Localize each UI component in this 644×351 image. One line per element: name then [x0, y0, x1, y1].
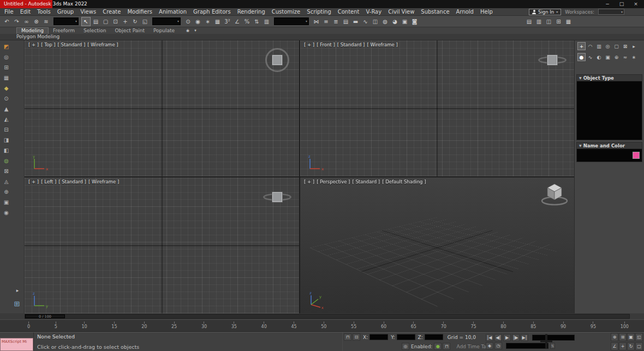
maxscript-listener-log-icon[interactable]: ◎ [402, 343, 409, 350]
reference-coordinate-system-dropdown[interactable] [152, 17, 181, 25]
viewcube[interactable] [537, 45, 568, 75]
menu-substance[interactable]: Substance [418, 8, 452, 16]
orbit-icon[interactable]: ↻ [627, 342, 635, 350]
select-object-icon[interactable]: ↖ [81, 17, 91, 26]
menu-vray[interactable]: V-Ray [363, 8, 385, 16]
lights-category-icon[interactable]: ◐ [595, 53, 603, 61]
unlink-selection-icon[interactable]: ⊗ [32, 17, 41, 26]
object-type-rollout-header[interactable]: ▼ Object Type [576, 74, 642, 81]
viewport-front[interactable]: [ + ] [ Front ] [ Standard ] [ Wireframe… [300, 40, 574, 176]
tab-freeform[interactable]: Freeform [49, 28, 79, 34]
x-coordinate-field[interactable] [369, 334, 388, 340]
toggle-ribbon-icon[interactable]: ▬ [351, 17, 360, 26]
select-and-scale-icon[interactable]: ◱ [140, 17, 150, 26]
viewport-general-menu[interactable]: [ + ] [304, 179, 314, 185]
viewport-pov-menu[interactable]: [ Left ] [41, 179, 56, 185]
viewport-layout-expand-icon[interactable]: ▸ [14, 287, 21, 294]
left-tool-01-icon[interactable]: ◩ [2, 43, 11, 51]
menu-arnold[interactable]: Arnold [453, 8, 477, 16]
viewport-pov-menu[interactable]: [ Perspective ] [317, 179, 350, 185]
edit-named-selection-sets-icon[interactable]: ▥ [262, 17, 271, 26]
viewport-shading-menu[interactable]: [ Wireframe ] [88, 179, 119, 185]
left-tool-15-icon[interactable]: ⊕ [2, 188, 11, 197]
viewport-style-menu[interactable]: [ Standard ] [58, 179, 86, 185]
key-mode-toggle-icon[interactable]: ◈ [486, 342, 493, 349]
left-tool-11-icon[interactable]: ◧ [2, 146, 11, 155]
percent-snap-icon[interactable]: % [242, 17, 252, 26]
name-and-color-rollout-header[interactable]: ▼ Name and Color [576, 142, 642, 149]
undo-icon[interactable]: ↶ [2, 17, 11, 26]
menu-create[interactable]: Create [99, 8, 124, 16]
docked-panel-icon[interactable]: ▦ [564, 17, 573, 26]
selection-lock-toggle-icon[interactable]: ⊓ [344, 334, 351, 341]
left-tool-12-icon[interactable]: ◍ [2, 157, 11, 165]
maximize-viewport-toggle-icon[interactable]: ▢ [635, 342, 643, 350]
snap-toggle-3d-icon[interactable]: 3² [223, 17, 232, 26]
viewport-shading-menu[interactable]: [ Default Shading ] [382, 179, 426, 185]
geometry-category-icon[interactable]: ● [577, 53, 586, 61]
left-tool-14-icon[interactable]: ◬ [2, 177, 11, 186]
systems-category-icon[interactable]: ∗ [630, 53, 638, 61]
left-tool-09-icon[interactable]: ⊟ [2, 126, 11, 134]
angle-snap-icon[interactable]: ∠ [232, 17, 242, 26]
viewport-shading-menu[interactable]: [ Wireframe ] [87, 42, 118, 47]
tab-modeling[interactable]: Modeling [16, 27, 49, 34]
viewport-perspective[interactable]: [ + ] [ Perspective ] [ Standard ] [ Def… [300, 177, 574, 313]
hierarchy-tab-icon[interactable]: ▥ [595, 42, 603, 50]
schematic-view-icon[interactable]: ◫ [371, 17, 380, 26]
select-and-place-icon[interactable]: ◉ [193, 17, 202, 26]
left-tool-10-icon[interactable]: ◨ [2, 136, 11, 145]
menu-graph-editors[interactable]: Graph Editors [190, 8, 234, 16]
time-slider-handle[interactable]: 0 / 100 [25, 314, 65, 318]
bind-to-space-warp-icon[interactable]: ≋ [41, 17, 51, 26]
left-tool-03-icon[interactable]: ⊞ [2, 63, 11, 72]
menu-customize[interactable]: Customize [269, 8, 304, 16]
redo-icon[interactable]: ↷ [12, 17, 21, 26]
y-coordinate-field[interactable] [397, 334, 415, 340]
select-by-name-icon[interactable]: ▤ [91, 17, 100, 26]
tab-selection[interactable]: Selection [79, 28, 110, 34]
tab-populate[interactable]: Populate [149, 28, 179, 34]
keyboard-shortcut-override-icon[interactable]: ▦ [213, 17, 222, 26]
docked-layer-explorer-icon[interactable]: ▥ [534, 17, 544, 26]
menu-modifiers[interactable]: Modifiers [124, 8, 156, 16]
viewport-layout-tabs-icon[interactable]: ⊞ [12, 299, 22, 309]
previous-frame-icon[interactable]: ◀| [494, 334, 502, 341]
render-production-icon[interactable]: ◙ [410, 17, 419, 26]
viewport-shading-menu[interactable]: [ Wireframe ] [367, 42, 397, 47]
pan-view-icon[interactable]: + [619, 342, 627, 350]
progressive-display-on-icon[interactable]: ● [434, 343, 442, 350]
viewport-left[interactable]: [ + ] [ Left ] [ Standard ] [ Wireframe … [25, 177, 299, 313]
viewport-style-menu[interactable]: [ Standard ] [352, 179, 380, 185]
curve-editor-icon[interactable]: ∿ [361, 17, 370, 26]
panel-options-arrow-icon[interactable]: ▸ [630, 42, 638, 50]
go-to-start-icon[interactable]: |◀ [486, 334, 493, 341]
viewport-general-menu[interactable]: [ + ] [304, 42, 314, 47]
tab-object-paint[interactable]: Object Paint [111, 28, 149, 34]
viewport-general-menu[interactable]: [ + ] [28, 179, 39, 185]
minimize-button[interactable]: − [600, 0, 615, 8]
menu-content[interactable]: Content [335, 8, 363, 16]
maximize-button[interactable]: □ [615, 0, 629, 8]
left-tool-13-icon[interactable]: ⊠ [2, 167, 11, 176]
menu-animation[interactable]: Animation [156, 8, 190, 16]
viewcube[interactable] [262, 182, 293, 212]
zoom-icon[interactable]: ⊕ [611, 333, 618, 341]
go-to-end-icon[interactable]: ▶| [521, 334, 528, 341]
left-tool-08-icon[interactable]: ◭ [2, 115, 11, 124]
viewport-top[interactable]: [ + ] [ Top ] [ Standard ] [ Wireframe ]… [25, 40, 299, 176]
left-tool-05-icon[interactable]: ◆ [2, 84, 11, 93]
align-icon[interactable]: ≡ [321, 17, 331, 26]
spinner-snap-icon[interactable]: ⇅ [252, 17, 261, 26]
ribbon-config-icon[interactable]: ◉ [184, 28, 191, 34]
use-pivot-center-icon[interactable]: ⊙ [183, 17, 193, 26]
left-tool-04-icon[interactable]: ▦ [2, 74, 11, 82]
space-warps-category-icon[interactable]: ≈ [621, 53, 629, 61]
menu-tools[interactable]: Tools [34, 8, 54, 16]
ribbon-minimize-arrow-icon[interactable]: ▾ [192, 28, 199, 34]
rectangular-selection-region-icon[interactable]: ▢ [101, 17, 110, 26]
sign-in-button[interactable]: Sign In [529, 9, 561, 15]
time-tag-lock-icon[interactable]: ⊓ [443, 343, 450, 350]
select-and-move-icon[interactable]: + [121, 17, 130, 26]
modify-tab-icon[interactable]: ◠ [586, 42, 594, 50]
